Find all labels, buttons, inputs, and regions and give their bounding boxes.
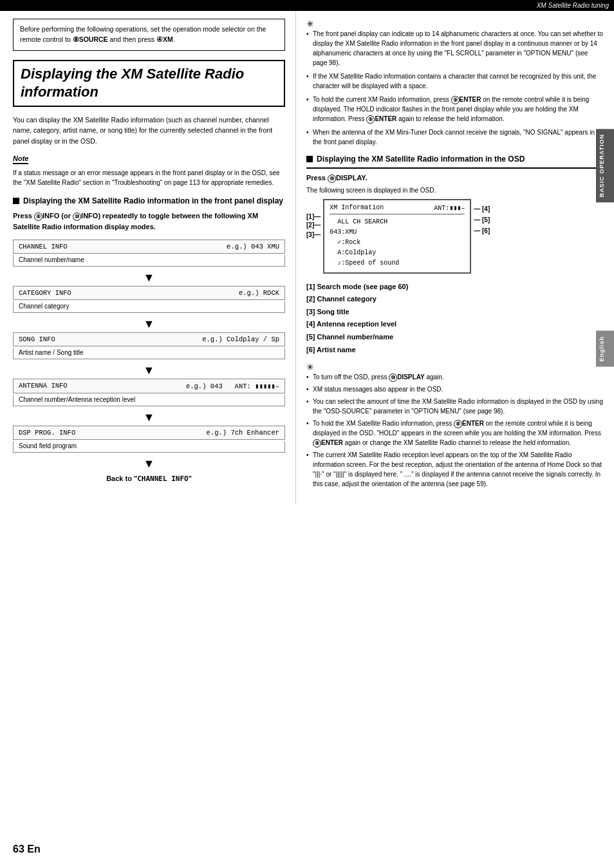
note-label: Note: [13, 155, 28, 164]
right-sidebar: BASIC OPERATION English: [596, 129, 614, 367]
note-text: If a status message or an error message …: [13, 168, 285, 187]
info-label-song: Artist name / Song title: [13, 348, 285, 359]
page-title: XM Satellite Radio tuning: [537, 2, 609, 9]
osd-title-left: XM Information: [330, 204, 384, 212]
tip-section-1: ✳ The front panel display can indicate u…: [306, 19, 604, 147]
tip-item-2: If the XM Satellite Radio information co…: [306, 71, 604, 91]
info-block-antenna: ANTENNA INFO e.g.) 043 ANT: ▮▮▮▮▮– Chann…: [13, 379, 285, 406]
osd-label-1: [1]—: [306, 213, 321, 220]
osd-label-4: — [4]: [474, 205, 490, 212]
tip-section-2: ✳ To turn off the OSD, press ⑩DISPLAY ag…: [306, 362, 604, 489]
main-heading: Displaying the XM Satellite Radio inform…: [13, 60, 285, 107]
osd-line2: 043:XMU: [330, 227, 465, 238]
osd-title-row: XM Information ANT:▮▮▮–: [330, 204, 465, 214]
tip-star-1: ✳: [306, 19, 601, 29]
info-block-dsp: DSP PROG. INFO e.g.) 7ch Enhancer Sound …: [13, 426, 285, 453]
osd-line4: A:Coldplay: [330, 248, 465, 258]
osd-body: ALL CH SEARCH 043:XMU ✓:Rock A:Coldplay …: [330, 217, 465, 269]
following-screen-text: The following screen is displayed in the…: [306, 187, 604, 194]
osd-left-labels: [1]— [2]— [3]—: [306, 199, 321, 238]
info-display-channel: CHANNEL INFO e.g.) 043 XMU: [13, 240, 285, 254]
notebox: Before performing the following operatio…: [13, 19, 285, 51]
osd-diagram: [1]— [2]— [3]— XM Information ANT:▮▮▮– A…: [306, 199, 604, 274]
osd-box: XM Information ANT:▮▮▮– ALL CH SEARCH 04…: [323, 199, 471, 274]
osd-line1: ALL CH SEARCH: [330, 217, 465, 227]
sidebar-tab-english: English: [596, 331, 614, 367]
osd-right-labels: — [4] — [5] — [6]: [474, 199, 490, 234]
tip-item-1: The front panel display can indicate up …: [306, 29, 604, 68]
info-display-antenna: ANTENNA INFO e.g.) 043 ANT: ▮▮▮▮▮–: [13, 379, 285, 393]
info-display-dsp: DSP PROG. INFO e.g.) 7ch Enhancer: [13, 426, 285, 440]
tip2-item-5: The current XM Satellite Radio reception…: [306, 450, 604, 489]
tip-list-2: To turn off the OSD, press ⑩DISPLAY agai…: [306, 372, 604, 489]
top-bar: XM Satellite Radio tuning: [0, 0, 614, 11]
info-label-dsp: Sound field program: [13, 441, 285, 453]
arrow3: ▼: [13, 364, 285, 376]
tip2-item-1: To turn off the OSD, press ⑩DISPLAY agai…: [306, 372, 604, 382]
numbered-item-1: [1] Search mode (see page 60): [306, 281, 604, 293]
arrow4: ▼: [13, 411, 285, 423]
numbered-item-6: [6] Artist name: [306, 344, 604, 356]
tip-star-2: ✳: [306, 362, 601, 372]
osd-line5: ♪:Speed of sound: [330, 258, 465, 269]
osd-label-5: — [5]: [474, 216, 490, 223]
right-column: ✳ The front panel display can indicate u…: [296, 11, 614, 504]
numbered-item-5: [5] Channel number/name: [306, 332, 604, 343]
numbered-list: [1] Search mode (see page 60) [2] Channe…: [306, 281, 604, 356]
sidebar-tab-basic: BASIC OPERATION: [596, 129, 614, 202]
osd-label-3: [3]—: [306, 231, 321, 238]
page-number: 63 En: [13, 844, 41, 855]
press-display: Press ⑩DISPLAY.: [306, 174, 604, 183]
info-display-category: CATEGORY INFO e.g.) ROCK: [13, 286, 285, 300]
tip-item-4: When the antenna of the XM Mini-Tuner Do…: [306, 127, 604, 147]
left-column: Before performing the following operatio…: [0, 11, 296, 504]
info-block-song: SONG INFO e.g.) Coldplay / Sp Artist nam…: [13, 332, 285, 359]
notebox-text: Before performing the following operatio…: [20, 25, 266, 43]
section1-heading: Displaying the XM Satellite Radio inform…: [13, 196, 285, 205]
intro-text: You can display the XM Satellite Radio i…: [13, 115, 285, 147]
info-label-antenna: Channel number/Antenna reception level: [13, 395, 285, 406]
osd-title-right: ANT:▮▮▮–: [434, 204, 465, 212]
tip2-item-4: To hold the XM Satellite Radio informati…: [306, 419, 604, 448]
arrow2: ▼: [13, 318, 285, 330]
numbered-item-2: [2] Channel category: [306, 294, 604, 305]
section1-bullet: [13, 198, 19, 204]
tip2-item-3: You can select the amount of time the XM…: [306, 397, 604, 416]
info-label-channel: Channel number/name: [13, 255, 285, 267]
info-block-channel: CHANNEL INFO e.g.) 043 XMU Channel numbe…: [13, 240, 285, 267]
arrow5: ▼: [13, 458, 285, 469]
tip2-item-2: XM status messages also appear in the OS…: [306, 384, 604, 394]
note-section: Note If a status message or an error mes…: [13, 155, 285, 187]
osd-label-2: [2]—: [306, 222, 321, 229]
info-label-category: Channel category: [13, 301, 285, 313]
press-info: Press ⑧INFO (or ⑩INFO) repeatedly to tog…: [13, 211, 285, 232]
info-display-song: SONG INFO e.g.) Coldplay / Sp: [13, 332, 285, 346]
numbered-item-3: [3] Song title: [306, 307, 604, 318]
section2-heading: Displaying the XM Satellite Radio inform…: [306, 155, 604, 169]
tip-list-1: The front panel display can indicate up …: [306, 29, 604, 147]
info-block-category: CATEGORY INFO e.g.) ROCK Channel categor…: [13, 286, 285, 313]
numbered-item-4: [4] Antenna reception level: [306, 319, 604, 330]
back-to: Back to "CHANNEL INFO": [13, 475, 285, 483]
osd-line3: ✓:Rock: [330, 238, 465, 248]
osd-label-6: — [6]: [474, 227, 490, 234]
tip-item-3: To hold the current XM Raido information…: [306, 95, 604, 124]
arrow1: ▼: [13, 272, 285, 283]
section2-bullet: [306, 156, 313, 162]
